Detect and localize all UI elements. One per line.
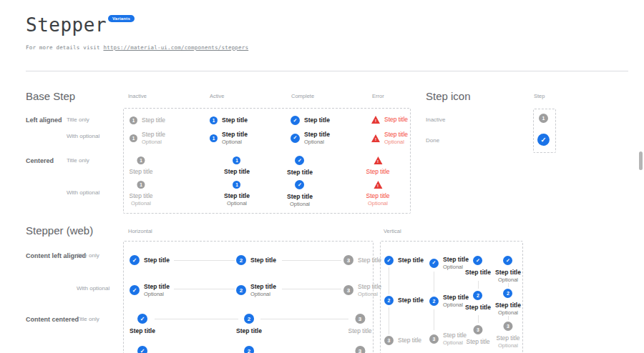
step-inactive-centered-optional: 1 Step titleOptional — [129, 181, 152, 207]
step-title: Step title — [287, 193, 313, 201]
vstep-c1-complete: ✓ Step title — [465, 256, 491, 277]
step-number-icon: 2 — [244, 314, 254, 324]
column-header-complete: Complete — [291, 93, 314, 99]
vstep-a1-complete: ✓ Step title — [384, 256, 424, 265]
variant-with-optional: With optional — [77, 285, 109, 292]
variant-title-only: Title only — [77, 316, 99, 322]
stepper-web-heading: Stepper (web) — [26, 224, 93, 237]
hstep-centered-2-active-optional: 2 Step titleOptional — [236, 346, 262, 353]
step-title: Step title — [465, 269, 491, 277]
step-title: Step title — [250, 257, 276, 264]
step-text: Step titleOptional — [495, 302, 521, 316]
hstep-centered-3-inactive: 3 Step title — [348, 314, 371, 335]
step-number-icon: 3 — [343, 285, 353, 295]
step-title: Step title — [250, 283, 276, 291]
variants-badge: Variants — [108, 15, 135, 22]
step-title: Step title — [144, 283, 170, 291]
step-text: Step titleOptional — [224, 192, 250, 207]
step-optional: Optional — [366, 200, 389, 207]
step-optional: Optional — [142, 139, 165, 145]
exclaim-glyph: ! — [373, 183, 382, 189]
step-text: Step titleOptional — [287, 193, 313, 207]
step-optional: Optional — [224, 200, 250, 207]
step-title: Step title — [366, 168, 389, 176]
state-label-done: Done — [426, 137, 439, 144]
step-error-optional: ! Step titleOptional — [371, 131, 408, 145]
base-step-heading: Base Step — [26, 90, 75, 102]
step-title: Step title — [144, 257, 170, 264]
scrollbar-thumb[interactable] — [639, 151, 643, 170]
vstep-a3-inactive: 3 Step title — [384, 336, 421, 345]
step-error: ! Step title — [371, 116, 408, 124]
page-title: Stepper — [26, 14, 107, 36]
check-icon: ✓ — [384, 256, 394, 265]
variant-with-optional: With optional — [67, 133, 99, 139]
subtitle-link[interactable]: https://material-ui.com/components/stepp… — [103, 44, 248, 51]
connector-line — [155, 319, 238, 319]
variant-title-only: Title only — [77, 252, 99, 259]
check-icon: ✓ — [291, 116, 300, 125]
step-text: Step titleOptional — [222, 131, 248, 145]
connector-line — [478, 315, 479, 323]
state-label-inactive: Inactive — [426, 116, 446, 123]
step-optional: Optional — [495, 277, 521, 283]
row-group-content-centered: Content centered — [26, 316, 79, 323]
step-number-icon: 2 — [236, 255, 246, 265]
step-optional: Optional — [144, 291, 170, 297]
step-text: Step titleOptional — [384, 131, 408, 145]
connector-line — [508, 283, 509, 287]
step-title: Step title — [496, 334, 519, 342]
step-number-icon: 2 — [429, 297, 439, 306]
step-complete-centered: ✓ Step title — [287, 156, 313, 176]
hstep-1-complete-optional: ✓ Step titleOptional — [130, 283, 170, 297]
step-complete: ✓ Step title — [291, 116, 330, 125]
column-header-error: Error — [372, 93, 384, 99]
step-number-icon: 3 — [473, 325, 482, 334]
step-active-centered-optional: 1 Step titleOptional — [224, 181, 250, 207]
check-icon: ✓ — [291, 134, 300, 143]
exclaim-glyph: ! — [371, 136, 381, 142]
step-active-optional: 1 Step titleOptional — [210, 131, 248, 145]
hstep-centered-1-complete: ✓ Step title — [130, 314, 155, 335]
step-title: Step title — [129, 192, 152, 200]
step-text: Step titleOptional — [443, 332, 467, 346]
step-title: Step title — [384, 116, 408, 124]
hstep-centered-3-inactive-optional: 3 Step titleOptional — [348, 346, 371, 353]
step-number-icon: 3 — [355, 346, 365, 353]
connector-line — [434, 309, 434, 330]
variant-title-only: Title only — [67, 157, 89, 164]
step-number-icon: 1 — [210, 134, 218, 142]
connector-line — [174, 260, 235, 261]
step-optional: Optional — [495, 309, 521, 316]
connector-line — [282, 260, 341, 261]
vstep-d2-active-optional: 2 Step titleOptional — [495, 289, 521, 316]
step-title: Step title — [304, 131, 330, 139]
step-active: 1 Step title — [210, 116, 248, 124]
variant-title-only: Title only — [67, 116, 89, 123]
warning-triangle-icon: ! — [371, 116, 380, 124]
connector-line — [260, 319, 348, 319]
step-title: Step title — [304, 116, 330, 124]
vstep-d1-complete-optional: ✓ Step titleOptional — [495, 256, 521, 283]
vstep-c2-active: 2 Step title — [465, 291, 491, 312]
column-header-vertical: Vertical — [384, 228, 401, 234]
exclaim-glyph: ! — [373, 159, 382, 164]
column-header-active: Active — [210, 93, 224, 99]
column-header-horizontal: Horizontal — [128, 228, 152, 234]
check-icon: ✓ — [296, 180, 305, 189]
check-icon: ✓ — [137, 346, 147, 353]
column-header-step: Step — [534, 93, 545, 99]
step-optional: Optional — [250, 291, 276, 297]
step-title: Step title — [366, 192, 389, 200]
check-icon: ✓ — [504, 256, 513, 265]
step-number-icon: 2 — [504, 289, 513, 298]
step-text: Step titleOptional — [358, 283, 381, 297]
vstep-b1-complete-optional: ✓ Step titleOptional — [429, 256, 469, 270]
step-title: Step title — [142, 131, 165, 139]
step-title: Step title — [495, 269, 521, 277]
step-number-icon: 3 — [503, 322, 512, 331]
step-title: Step title — [358, 283, 381, 291]
step-inactive: 1 Step title — [130, 116, 165, 124]
row-group-left-aligned: Left aligned — [26, 116, 62, 124]
step-number-icon: 3 — [355, 314, 365, 324]
